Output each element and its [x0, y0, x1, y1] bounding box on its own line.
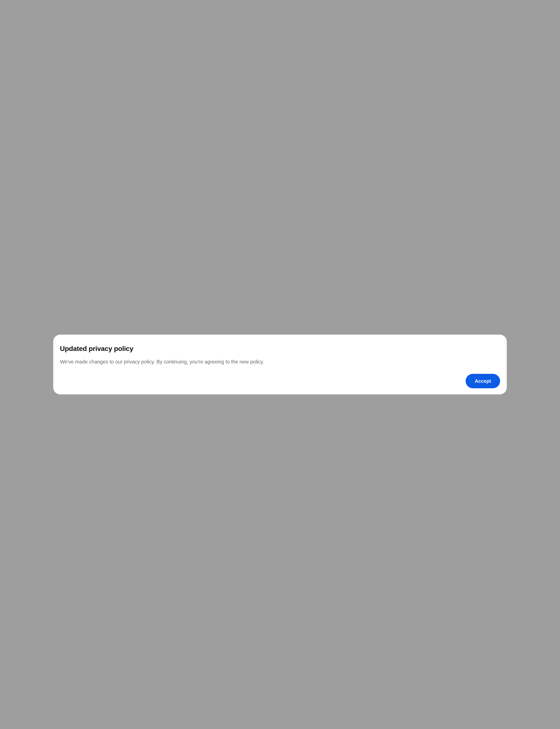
privacy-policy-dialog: Updated privacy policy We've made change… [53, 335, 507, 394]
accept-button[interactable]: Accept [466, 374, 500, 388]
dialog-body-text: We've made changes to our privacy policy… [60, 358, 500, 365]
dialog-actions: Accept [60, 374, 500, 388]
dialog-title: Updated privacy policy [60, 345, 500, 353]
